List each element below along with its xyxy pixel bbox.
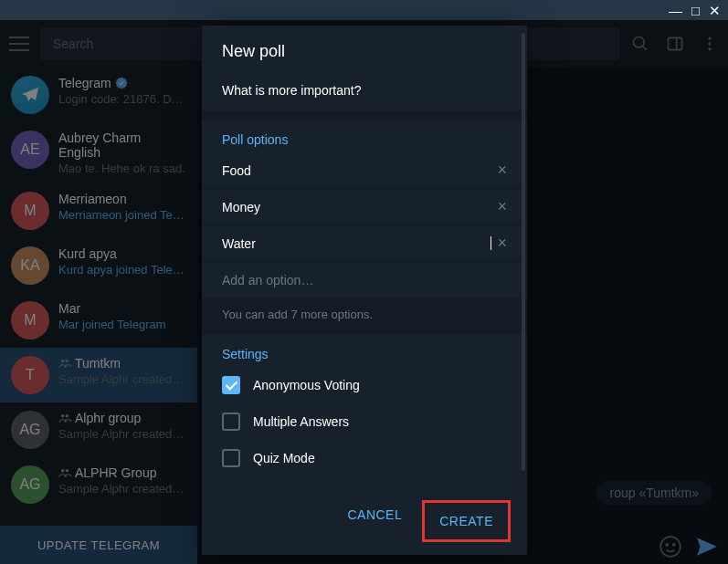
poll-question-input[interactable]: What is more important? [202, 74, 527, 110]
add-option-input[interactable]: Add an option… [202, 262, 527, 298]
setting-row[interactable]: Quiz Mode [202, 440, 527, 476]
poll-options-label: Poll options [202, 120, 527, 152]
create-button[interactable]: CREATE [427, 507, 506, 536]
modal-title: New poll [202, 26, 527, 74]
close-button[interactable]: ✕ [709, 4, 721, 17]
checkbox[interactable] [222, 449, 240, 467]
setting-label: Multiple Answers [253, 414, 349, 429]
poll-option-input[interactable] [222, 200, 491, 214]
poll-option-input[interactable] [222, 163, 491, 178]
scrollbar[interactable] [522, 33, 525, 471]
setting-label: Anonymous Voting [253, 378, 360, 392]
new-poll-modal: New poll What is more important? Poll op… [202, 26, 527, 555]
poll-option-row: × [202, 152, 527, 189]
checkbox[interactable] [222, 413, 240, 431]
poll-option-input[interactable] [222, 236, 490, 251]
options-hint: You can add 7 more options. [202, 298, 527, 334]
setting-label: Quiz Mode [253, 451, 315, 465]
remove-option-icon[interactable]: × [491, 234, 512, 253]
poll-option-row: × [202, 225, 527, 262]
setting-row[interactable]: Anonymous Voting [202, 367, 527, 403]
poll-option-row: × [202, 189, 527, 225]
remove-option-icon[interactable]: × [491, 161, 512, 180]
remove-option-icon[interactable]: × [491, 197, 512, 216]
cancel-button[interactable]: CANCEL [334, 500, 415, 542]
maximize-button[interactable]: □ [691, 4, 700, 17]
setting-row[interactable]: Multiple Answers [202, 403, 527, 440]
checkbox[interactable] [222, 376, 240, 394]
settings-label: Settings [202, 334, 527, 367]
minimize-button[interactable]: — [669, 4, 682, 17]
